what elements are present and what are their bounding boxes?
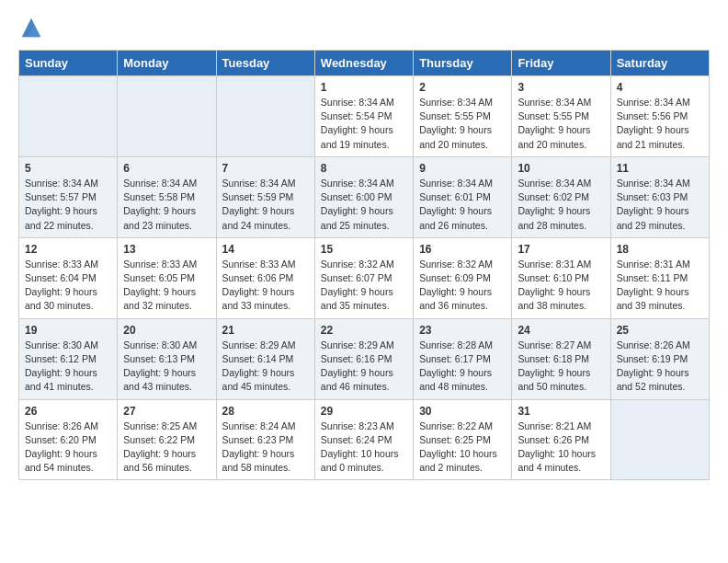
sunrise-text: Sunrise: 8:32 AM [419,259,493,270]
calendar-cell: 17Sunrise: 8:31 AMSunset: 6:10 PMDayligh… [512,237,610,318]
daylight-minutes-text: and 45 minutes. [222,381,291,392]
calendar-cell: 14Sunrise: 8:33 AMSunset: 6:06 PMDayligh… [216,237,314,318]
day-detail: Sunrise: 8:28 AMSunset: 6:17 PMDaylight:… [419,339,506,395]
calendar-cell: 28Sunrise: 8:24 AMSunset: 6:23 PMDayligh… [216,399,314,480]
daylight-hours-text: Daylight: 9 hours [222,286,295,297]
sunrise-text: Sunrise: 8:34 AM [419,178,493,189]
sunrise-text: Sunrise: 8:29 AM [222,339,296,350]
daylight-minutes-text: and 35 minutes. [321,300,390,311]
daylight-minutes-text: and 28 minutes. [518,220,586,231]
day-detail: Sunrise: 8:34 AMSunset: 5:54 PMDaylight:… [321,96,407,152]
calendar-day-header: Wednesday [314,51,413,76]
day-detail: Sunrise: 8:24 AMSunset: 6:23 PMDaylight:… [222,419,309,476]
calendar-cell: 31Sunrise: 8:21 AMSunset: 6:26 PMDayligh… [512,399,610,480]
calendar-week-row: 19Sunrise: 8:30 AMSunset: 6:12 PMDayligh… [19,318,710,399]
sunset-text: Sunset: 6:02 PM [518,191,589,202]
day-detail: Sunrise: 8:33 AMSunset: 6:06 PMDaylight:… [222,258,309,314]
calendar-cell: 12Sunrise: 8:33 AMSunset: 6:04 PMDayligh… [19,237,118,318]
sunset-text: Sunset: 6:16 PM [321,353,392,364]
day-detail: Sunrise: 8:31 AMSunset: 6:11 PMDaylight:… [617,258,703,314]
calendar-cell: 3Sunrise: 8:34 AMSunset: 5:55 PMDaylight… [512,76,610,157]
sunrise-text: Sunrise: 8:34 AM [321,97,394,108]
sunset-text: Sunset: 5:54 PM [321,110,392,121]
calendar-cell: 2Sunrise: 8:34 AMSunset: 5:55 PMDaylight… [414,76,512,157]
calendar-cell: 25Sunrise: 8:26 AMSunset: 6:19 PMDayligh… [610,318,709,399]
sunset-text: Sunset: 6:00 PM [321,191,392,202]
sunrise-text: Sunrise: 8:28 AM [419,339,493,350]
daylight-hours-text: Daylight: 9 hours [518,205,590,216]
daylight-minutes-text: and 20 minutes. [518,139,586,150]
day-number: 6 [123,162,210,175]
calendar-cell: 13Sunrise: 8:33 AMSunset: 6:05 PMDayligh… [118,237,216,318]
day-number: 1 [321,81,407,94]
day-detail: Sunrise: 8:34 AMSunset: 5:57 PMDaylight:… [25,177,111,233]
day-detail: Sunrise: 8:22 AMSunset: 6:25 PMDaylight:… [419,419,506,476]
calendar-day-header: Tuesday [216,51,314,76]
sunset-text: Sunset: 6:26 PM [518,434,589,445]
sunset-text: Sunset: 6:22 PM [123,434,195,445]
day-detail: Sunrise: 8:33 AMSunset: 6:05 PMDaylight:… [123,258,210,314]
day-number: 18 [617,243,703,256]
daylight-hours-text: Daylight: 9 hours [617,205,689,216]
day-detail: Sunrise: 8:34 AMSunset: 5:55 PMDaylight:… [518,96,604,152]
sunset-text: Sunset: 6:10 PM [518,272,589,283]
sunrise-text: Sunrise: 8:26 AM [617,339,690,350]
daylight-minutes-text: and 36 minutes. [419,300,488,311]
daylight-minutes-text: and 39 minutes. [617,300,686,311]
day-number: 7 [222,162,309,175]
sunrise-text: Sunrise: 8:26 AM [25,420,98,431]
sunset-text: Sunset: 6:25 PM [419,434,491,445]
sunset-text: Sunset: 6:01 PM [419,191,491,202]
daylight-hours-text: Daylight: 9 hours [419,286,492,297]
sunset-text: Sunset: 6:14 PM [222,353,294,364]
daylight-minutes-text: and 50 minutes. [518,381,586,392]
daylight-hours-text: Daylight: 9 hours [222,448,295,459]
sunrise-text: Sunrise: 8:34 AM [419,97,493,108]
daylight-hours-text: Daylight: 9 hours [25,367,97,378]
day-number: 31 [518,405,604,418]
sunset-text: Sunset: 6:13 PM [123,353,195,364]
calendar-day-header: Saturday [610,51,709,76]
day-number: 19 [25,324,111,337]
day-detail: Sunrise: 8:29 AMSunset: 6:14 PMDaylight:… [222,339,309,395]
daylight-minutes-text: and 58 minutes. [222,462,291,473]
daylight-minutes-text: and 19 minutes. [321,139,390,150]
sunrise-text: Sunrise: 8:34 AM [617,97,690,108]
daylight-minutes-text: and 54 minutes. [25,462,94,473]
sunset-text: Sunset: 6:04 PM [25,272,97,283]
calendar-cell: 16Sunrise: 8:32 AMSunset: 6:09 PMDayligh… [414,237,512,318]
daylight-minutes-text: and 43 minutes. [123,381,192,392]
sunrise-text: Sunrise: 8:34 AM [518,97,591,108]
calendar-cell [216,76,314,157]
sunset-text: Sunset: 6:20 PM [25,434,97,445]
sunset-text: Sunset: 6:17 PM [419,353,491,364]
sunset-text: Sunset: 6:09 PM [419,272,491,283]
day-detail: Sunrise: 8:25 AMSunset: 6:22 PMDaylight:… [123,419,210,476]
calendar-week-row: 1Sunrise: 8:34 AMSunset: 5:54 PMDaylight… [19,76,710,157]
sunrise-text: Sunrise: 8:31 AM [617,259,690,270]
day-number: 21 [222,324,309,337]
day-number: 16 [419,243,506,256]
daylight-hours-text: Daylight: 10 hours [321,448,399,459]
calendar-week-row: 12Sunrise: 8:33 AMSunset: 6:04 PMDayligh… [19,237,710,318]
sunrise-text: Sunrise: 8:21 AM [518,420,591,431]
daylight-hours-text: Daylight: 9 hours [25,448,97,459]
daylight-hours-text: Daylight: 9 hours [123,367,196,378]
daylight-minutes-text: and 33 minutes. [222,300,291,311]
daylight-hours-text: Daylight: 9 hours [321,124,393,135]
day-number: 12 [25,243,111,256]
sunrise-text: Sunrise: 8:29 AM [321,339,394,350]
day-detail: Sunrise: 8:23 AMSunset: 6:24 PMDaylight:… [321,419,407,476]
day-detail: Sunrise: 8:34 AMSunset: 5:59 PMDaylight:… [222,177,309,233]
calendar-cell: 9Sunrise: 8:34 AMSunset: 6:01 PMDaylight… [414,156,512,237]
calendar-cell: 6Sunrise: 8:34 AMSunset: 5:58 PMDaylight… [118,156,216,237]
daylight-hours-text: Daylight: 10 hours [419,448,497,459]
day-number: 20 [123,324,210,337]
day-detail: Sunrise: 8:30 AMSunset: 6:13 PMDaylight:… [123,339,210,395]
calendar-cell: 11Sunrise: 8:34 AMSunset: 6:03 PMDayligh… [610,156,709,237]
daylight-minutes-text: and 48 minutes. [419,381,488,392]
sunset-text: Sunset: 6:11 PM [617,272,688,283]
sunset-text: Sunset: 6:18 PM [518,353,589,364]
calendar-cell: 4Sunrise: 8:34 AMSunset: 5:56 PMDaylight… [610,76,709,157]
daylight-hours-text: Daylight: 9 hours [123,286,196,297]
